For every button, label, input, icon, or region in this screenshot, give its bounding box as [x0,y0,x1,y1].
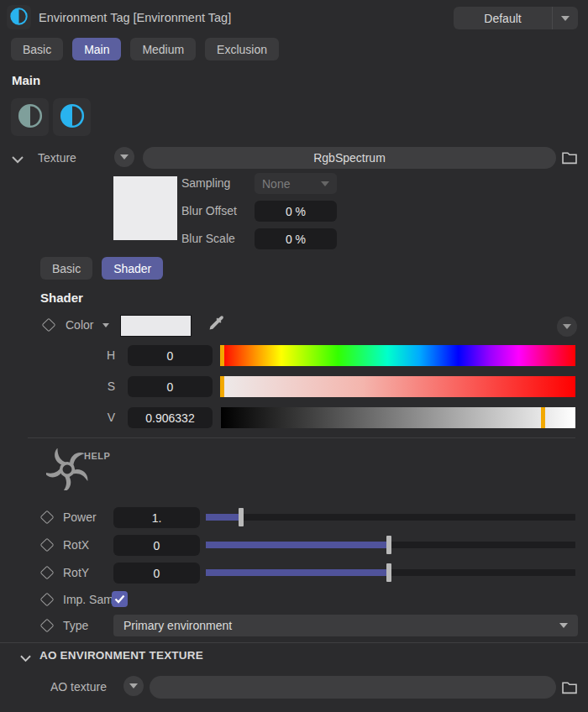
power-keyframe-diamond-icon[interactable] [40,510,55,525]
type-dropdown[interactable]: Primary environment [113,615,578,636]
power-slider-handle[interactable] [239,508,244,526]
chevron-down-icon [563,324,571,329]
power-input[interactable]: 1. [113,507,200,528]
roty-slider[interactable] [206,569,575,576]
color-label-chevron-icon[interactable] [102,323,109,327]
power-value: 1. [152,511,162,525]
environment-tag-panel: Environment Tag [Environment Tag] Defaul… [0,0,588,712]
ao-section-heading: AO ENVIRONMENT TEXTURE [39,649,203,662]
checkmark-icon [114,593,125,606]
power-slider[interactable] [206,514,575,521]
roty-slider-handle[interactable] [386,563,391,582]
ao-texture-browse-folder-icon[interactable] [561,680,578,697]
saturation-label: S [84,380,115,393]
texture-shader-menu-button[interactable] [114,147,134,167]
ao-section-expander-icon[interactable] [20,652,31,665]
rotx-slider-fill [206,542,389,548]
chevron-down-icon [321,181,329,186]
section-divider [28,437,575,438]
tab-basic[interactable]: Basic [11,38,63,60]
saturation-gradient-slider[interactable] [221,376,575,397]
rotx-slider-handle[interactable] [386,536,391,554]
value-gradient-slider[interactable] [221,407,575,428]
texture-browse-folder-icon[interactable] [561,150,578,167]
value-input[interactable]: 0.906332 [128,407,213,428]
tab-shader-basic[interactable]: Basic [40,257,92,280]
texture-shader-value: RgbSpectrum [313,151,386,165]
tag-icon-button[interactable] [7,5,31,29]
roty-input[interactable]: 0 [113,563,200,584]
help-label: HELP [84,451,110,461]
rotx-slider[interactable] [206,542,575,548]
half-circle-cyan-icon [59,102,86,132]
rotx-value: 0 [154,539,160,552]
saturation-marker[interactable] [220,376,224,397]
type-dropdown-value: Primary environment [123,619,232,632]
tab-shader-shader[interactable]: Shader [102,257,163,280]
blur-scale-input[interactable]: 0 % [255,228,337,249]
value-value: 0.906332 [145,411,194,425]
ao-texture-field[interactable] [150,676,556,699]
color-swatch[interactable] [120,315,192,337]
rotx-label: RotX [63,538,89,552]
saturation-input[interactable]: 0 [128,376,213,397]
texture-preview-swatch[interactable] [113,176,177,240]
chevron-down-icon [129,683,138,688]
shader-section-heading: Shader [40,291,83,305]
rotx-input[interactable]: 0 [113,535,200,556]
environment-mode-button-1[interactable] [11,98,49,136]
octane-logo-icon[interactable] [46,448,88,493]
chevron-down-icon [559,623,568,628]
half-circle-icon [9,7,29,29]
eyedropper-icon[interactable] [207,314,226,336]
blur-scale-value: 0 % [286,233,306,246]
type-keyframe-diamond-icon[interactable] [40,619,55,633]
hue-label: H [84,348,115,362]
ao-texture-label: AO texture [50,680,107,694]
blur-offset-input[interactable]: 0 % [255,201,337,222]
tab-medium[interactable]: Medium [130,38,196,60]
sampling-label: Sampling [181,176,230,190]
value-label: V [84,411,115,424]
type-label: Type [63,619,88,632]
hue-input[interactable]: 0 [128,345,213,366]
tab-main[interactable]: Main [72,38,121,60]
environment-mode-button-2[interactable] [53,98,91,136]
texture-expander-icon[interactable] [12,153,24,166]
color-keyframe-diamond-icon[interactable] [42,318,56,332]
ao-texture-menu-button[interactable] [123,676,144,696]
tab-exclusion[interactable]: Exclusion [205,38,279,60]
impsamp-keyframe-diamond-icon[interactable] [40,593,55,607]
main-section-heading: Main [12,73,40,87]
blur-offset-label: Blur Offset [181,204,237,217]
roty-value: 0 [154,567,160,580]
value-marker[interactable] [541,407,545,428]
sampling-value: None [262,177,290,191]
hue-gradient-slider[interactable] [221,345,575,366]
saturation-value: 0 [167,380,174,394]
tab-bar: Basic Main Medium Exclusion [11,38,285,60]
shader-tab-bar: Basic Shader [40,257,169,280]
blur-offset-value: 0 % [286,205,306,218]
color-label: Color [66,318,93,332]
rotx-keyframe-diamond-icon[interactable] [40,538,55,552]
roty-label: RotY [63,566,89,579]
page-title: Environment Tag [Environment Tag] [39,11,231,24]
texture-label: Texture [38,151,76,165]
chevron-down-icon [553,16,578,21]
hue-marker[interactable] [220,345,224,366]
roty-slider-fill [206,569,389,576]
color-options-button[interactable] [557,317,577,337]
preset-dropdown[interactable]: Default [454,7,578,29]
preset-dropdown-value: Default [454,12,552,25]
power-label: Power [63,510,97,524]
power-slider-fill [206,514,241,521]
ao-section-divider [0,642,588,643]
imp-samp-checkbox[interactable] [112,591,128,607]
texture-shader-field[interactable]: RgbSpectrum [143,147,556,169]
chevron-down-icon [120,154,129,160]
hue-value: 0 [167,349,174,363]
roty-keyframe-diamond-icon[interactable] [40,566,55,580]
sampling-dropdown[interactable]: None [255,173,337,194]
blur-scale-label: Blur Scale [181,232,235,245]
